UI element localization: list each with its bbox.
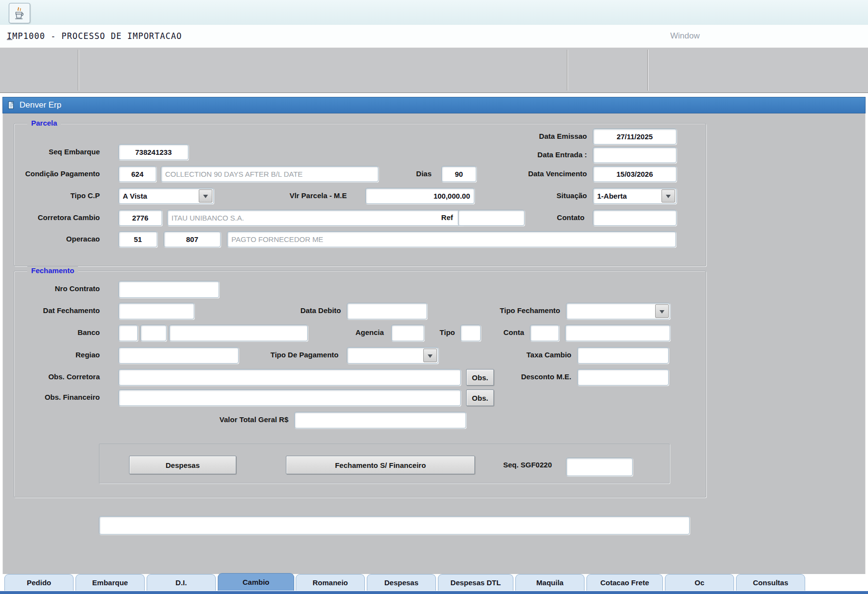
obs-financeiro-field[interactable]	[118, 390, 461, 406]
conta-label: Conta	[497, 328, 524, 336]
menu-item-imp1000[interactable]: IMP1000 - PROCESSO DE IMPORTACAO	[7, 25, 182, 47]
chevron-down-icon[interactable]	[655, 304, 669, 318]
obs-corretora-label: Obs. Corretora	[15, 372, 100, 381]
tipo-cp-label: Tipo C.P	[15, 191, 100, 200]
tipo-cp-value: A Vista	[123, 192, 147, 200]
regiao-label: Regiao	[15, 351, 100, 359]
parcela-legend: Parcela	[27, 119, 61, 127]
menu-item-window[interactable]: Window	[670, 25, 699, 47]
operacao-descricao-field: PAGTO FORNECEDOR ME	[227, 231, 676, 247]
tab-oc[interactable]: Oc	[665, 574, 734, 591]
tab-despesas-dtl[interactable]: Despesas DTL	[438, 574, 513, 591]
tipo-pagamento-label: Tipo De Pagamento	[263, 351, 339, 359]
tab-embarque[interactable]: Embarque	[75, 574, 145, 591]
despesas-button[interactable]: Despesas	[129, 456, 236, 474]
data-emissao-field[interactable]: 27/11/2025	[593, 129, 677, 145]
seq-sgf0220-field[interactable]	[566, 458, 633, 476]
menu-bar: IMP1000 - PROCESSO DE IMPORTACAO Window	[0, 25, 868, 48]
tab-cotacao-frete[interactable]: Cotacao Frete	[586, 574, 663, 591]
condicao-pagamento-code-field[interactable]: 624	[118, 166, 156, 182]
dias-label: Dias	[390, 169, 432, 178]
tab-romaneio[interactable]: Romaneio	[296, 574, 365, 591]
conta-code-field[interactable]	[530, 325, 559, 341]
situacao-label: Situação	[497, 191, 587, 200]
java-coffee-icon[interactable]	[9, 3, 30, 23]
tab-di[interactable]: D.I.	[147, 574, 216, 591]
banco-label: Banco	[15, 328, 100, 336]
toolbar-separator	[78, 50, 79, 91]
tab-consultas[interactable]: Consultas	[736, 574, 805, 591]
valor-total-geral-label: Valor Total Geral R$	[204, 415, 288, 424]
data-emissao-label: Data Emissao	[497, 132, 587, 140]
child-window-titlebar[interactable]: Denver Erp	[2, 97, 866, 113]
seq-sgf0220-label: Seq. SGF0220	[497, 461, 552, 469]
message-line-field	[99, 516, 690, 535]
fechamento-legend: Fechamento	[27, 266, 78, 275]
obs-corretora-button[interactable]: Obs.	[466, 369, 494, 386]
dat-fechamento-label: Dat Fechamento	[10, 306, 100, 315]
toolbar-separator	[647, 50, 648, 91]
vlr-parcela-label: Vlr Parcela - M.E	[258, 191, 347, 200]
banco-code1-field[interactable]	[118, 325, 138, 341]
toolbar-separator	[567, 50, 568, 91]
conta-numero-field[interactable]	[565, 325, 670, 341]
desconto-me-label: Desconto M.E.	[510, 372, 571, 381]
ref-field[interactable]	[458, 210, 525, 226]
obs-financeiro-button[interactable]: Obs.	[466, 390, 494, 406]
seq-embarque-field[interactable]: 738241233	[118, 144, 189, 160]
desconto-me-field[interactable]	[577, 369, 669, 386]
obs-corretora-field[interactable]	[118, 369, 461, 386]
banco-nome-field[interactable]	[169, 325, 308, 341]
nro-contrato-label: Nro Contrato	[15, 284, 100, 293]
data-entrada-label: Data Entrada :	[497, 150, 587, 159]
tipo-fechamento-label: Tipo Fechamento	[487, 306, 560, 315]
window-bottom-border	[0, 591, 868, 594]
data-vencimento-label: Data Vencimento	[497, 169, 587, 178]
data-entrada-field[interactable]	[593, 147, 677, 163]
tab-pedido[interactable]: Pedido	[4, 574, 74, 591]
java-window-topbar	[0, 0, 868, 25]
contato-label: Contato	[526, 213, 585, 222]
chevron-down-icon[interactable]	[199, 189, 212, 203]
data-vencimento-field[interactable]: 15/03/2026	[593, 166, 677, 182]
tab-maquila[interactable]: Maquila	[515, 574, 585, 591]
taxa-cambio-field[interactable]	[577, 347, 669, 364]
child-window-title: Denver Erp	[19, 100, 61, 110]
corretora-cambio-label: Corretora Cambio	[15, 213, 100, 222]
data-debito-label: Data Debito	[296, 306, 341, 315]
taxa-cambio-label: Taxa Cambio	[514, 351, 571, 359]
toolbar: ? ? Menu IMP1000 Usuario	[0, 47, 868, 93]
tipo-fechamento-dropdown[interactable]	[566, 303, 670, 319]
tipo-pagamento-dropdown[interactable]	[347, 347, 438, 364]
valor-total-geral-field[interactable]	[294, 412, 466, 428]
data-debito-field[interactable]	[347, 303, 427, 319]
tipo-cp-dropdown[interactable]: A Vista	[118, 188, 214, 204]
chevron-down-icon[interactable]	[423, 349, 437, 362]
situacao-value: 1-Aberta	[597, 192, 627, 200]
chevron-down-icon[interactable]	[661, 189, 675, 203]
corretora-cambio-code-field[interactable]: 2776	[118, 210, 162, 226]
vlr-parcela-field[interactable]: 100,000.00	[365, 188, 474, 204]
condicao-pagamento-label: Condição Pagamento	[10, 169, 100, 178]
banco-code2-field[interactable]	[140, 325, 167, 341]
tab-despesas[interactable]: Despesas	[367, 574, 436, 591]
seq-embarque-label: Seq Embarque	[15, 148, 100, 156]
operacao-label: Operacao	[15, 235, 100, 243]
agencia-label: Agencia	[347, 328, 384, 336]
ref-label: Ref	[419, 213, 453, 222]
operacao-code2-field[interactable]: 807	[164, 231, 221, 247]
nro-contrato-field[interactable]	[118, 281, 219, 298]
agencia-field[interactable]	[391, 325, 424, 341]
tipo-label: Tipo	[434, 328, 455, 336]
menu-title-text: MP1000 - PROCESSO DE IMPORTACAO	[12, 31, 182, 41]
regiao-field[interactable]	[118, 347, 239, 364]
tab-cambio[interactable]: Cambio	[218, 573, 294, 591]
situacao-dropdown[interactable]: 1-Aberta	[593, 188, 677, 204]
obs-financeiro-label: Obs. Financeiro	[15, 393, 100, 401]
tipo-field[interactable]	[460, 325, 481, 341]
dat-fechamento-field[interactable]	[118, 303, 194, 319]
contato-field[interactable]	[593, 210, 677, 226]
dias-field[interactable]: 90	[441, 166, 476, 182]
fechamento-s-financeiro-button[interactable]: Fechamento S/ Financeiro	[286, 456, 475, 474]
operacao-code1-field[interactable]: 51	[118, 231, 157, 247]
